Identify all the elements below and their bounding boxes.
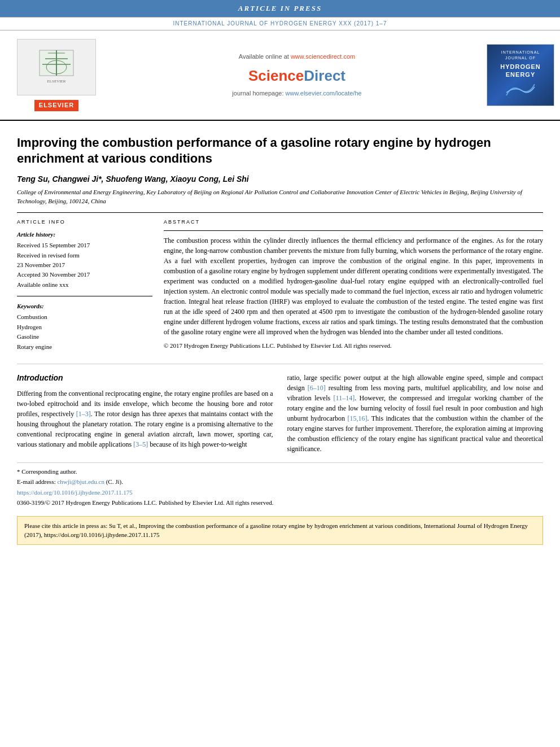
main-content: Improving the combustion performance of … (0, 121, 560, 551)
sciencedirect-url[interactable]: www.sciencedirect.com (291, 53, 355, 60)
introduction-text-col2: ratio, large specific power output at th… (287, 373, 544, 454)
keyword-combustion: Combustion (17, 313, 152, 321)
article-info-label: ARTICLE INFO (17, 219, 152, 226)
corresponding-footnote: * Corresponding author. (17, 468, 543, 476)
abstract-text: The combustion process within the cylind… (164, 235, 543, 337)
keyword-gasoline: Gasoline (17, 333, 152, 341)
received-revised-label: Received in revised form (17, 251, 152, 260)
email-link[interactable]: chwji@bjut.edu.cn (57, 478, 104, 485)
accepted-date: Accepted 30 November 2017 (17, 270, 152, 279)
svg-text:ELSEVIER: ELSEVIER (47, 79, 65, 84)
abstract-column: ABSTRACT The combustion process within t… (164, 219, 543, 352)
introduction-col-left: Introduction Differing from the conventi… (17, 373, 273, 454)
header-area: ELSEVIER ELSEVIER Available online at ww… (0, 30, 560, 120)
keyword-rotary-engine: Rotary engine (17, 343, 152, 351)
doi-link[interactable]: https://doi.org/10.1016/j.ijhydene.2017.… (17, 489, 133, 496)
ref-link-6-10[interactable]: [6–10] (308, 384, 326, 392)
introduction-two-col: Introduction Differing from the conventi… (17, 373, 543, 454)
article-info-abstract-section: ARTICLE INFO Article history: Received 1… (17, 219, 543, 352)
elsevier-logo-area: ELSEVIER ELSEVIER (0, 36, 113, 113)
journal-homepage: journal homepage: www.elsevier.com/locat… (232, 89, 361, 98)
keywords-label: Keywords: (17, 302, 152, 311)
authors: Teng Su, Changwei Ji*, Shuofeng Wang, Xi… (17, 174, 543, 185)
article-history-label: Article history: (17, 230, 152, 239)
divider-abstract-top (164, 230, 543, 231)
ref-link-1-3[interactable]: [1–3] (76, 410, 91, 418)
issn-footnote: 0360-3199/© 2017 Hydrogen Energy Publica… (17, 499, 543, 507)
keyword-hydrogen: Hydrogen (17, 323, 152, 331)
journal-homepage-url[interactable]: www.elsevier.com/locate/he (286, 90, 362, 97)
article-info-column: ARTICLE INFO Article history: Received 1… (17, 219, 152, 352)
header-center: Available online at www.sciencedirect.co… (113, 36, 481, 113)
available-online: Available online xxx (17, 281, 152, 289)
introduction-title: Introduction (17, 373, 273, 384)
ref-link-3-5[interactable]: [3–5] (133, 440, 148, 448)
ref-link-11-14[interactable]: [11–14] (334, 394, 355, 402)
ref-link-15-16[interactable]: [15,16] (347, 414, 367, 422)
divider-1 (17, 212, 543, 213)
available-online-text: Available online at www.sciencedirect.co… (239, 53, 355, 61)
citation-box: Please cite this article in press as: Su… (17, 516, 543, 545)
footnote-area: * Corresponding author. E-mail address: … (17, 462, 543, 508)
introduction-text-col1: Differing from the conventional reciproc… (17, 388, 273, 449)
introduction-col-right: ratio, large specific power output at th… (287, 373, 544, 454)
affiliation: College of Environmental and Energy Engi… (17, 188, 543, 206)
divider-keywords (17, 296, 152, 296)
revised-date: 23 November 2017 (17, 261, 152, 269)
received-date: Received 15 September 2017 (17, 241, 152, 250)
article-in-press-banner: ARTICLE IN PRESS (0, 0, 560, 17)
elsevier-label: ELSEVIER (34, 100, 78, 111)
journal-line: INTERNATIONAL JOURNAL OF HYDROGEN ENERGY… (0, 17, 560, 30)
hydrogen-energy-logo-area: INTERNATIONAL JOURNAL OF HYDROGENENERGY (481, 36, 560, 113)
abstract-label: ABSTRACT (164, 219, 543, 226)
doi-footnote: https://doi.org/10.1016/j.ijhydene.2017.… (17, 488, 543, 497)
article-title: Improving the combustion performance of … (17, 135, 543, 167)
hydrogen-energy-box: INTERNATIONAL JOURNAL OF HYDROGENENERGY (487, 44, 554, 106)
abstract-copyright: © 2017 Hydrogen Energy Publications LLC.… (164, 342, 543, 350)
elsevier-logo-box: ELSEVIER (17, 39, 96, 95)
sciencedirect-logo: ScienceDirect (248, 65, 345, 86)
body-section: Introduction Differing from the conventi… (17, 364, 543, 454)
email-footnote: E-mail address: chwji@bjut.edu.cn (C. Ji… (17, 478, 543, 486)
